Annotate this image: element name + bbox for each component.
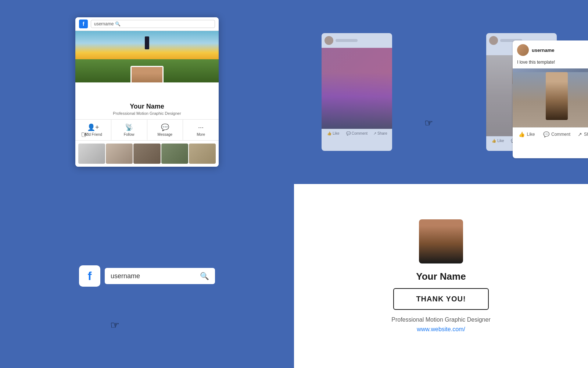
side-name-left <box>336 39 358 42</box>
fb-search-section: f username 🔍 <box>79 265 215 287</box>
fb-search-input-wrap[interactable]: username 🔍 <box>105 268 215 284</box>
more-button[interactable]: ··· More <box>183 120 219 140</box>
ty-website[interactable]: www.website.com/ <box>417 326 465 332</box>
side-post-left-header <box>322 33 392 48</box>
share-button[interactable]: ↗ Share <box>573 129 588 139</box>
quadrant-post: 👍 Like 💬 Comment ↗ Share username ··· I … <box>294 0 588 184</box>
thank-you-button[interactable]: THANK YOU! <box>393 288 488 310</box>
cover-figure <box>145 36 149 49</box>
fb-post-card-image <box>513 68 588 127</box>
fb-logo-large: f <box>79 265 100 287</box>
side-image-left <box>322 48 392 129</box>
follow-button[interactable]: 📡 Follow <box>111 120 147 140</box>
like-icon: 👍 <box>519 131 525 137</box>
fb-side-post-left: 👍 Like 💬 Comment ↗ Share <box>322 33 392 151</box>
fb-action-buttons: 👤+ Add Friend 📡 Follow 💬 Message ··· Mor… <box>75 120 219 141</box>
fb-profile-card: f username 🔍 Your Name Professional Moti… <box>75 17 219 167</box>
photo-thumb-1[interactable] <box>78 144 105 164</box>
comment-label: Comment <box>551 132 570 137</box>
message-icon: 💬 <box>161 123 169 131</box>
like-button[interactable]: 👍 Like <box>513 129 541 139</box>
like-label: Like <box>527 132 535 137</box>
fb-profile-title: Professional Motion Graphic Designer <box>75 111 219 116</box>
fb-photos-row <box>75 141 219 167</box>
photo-thumb-3[interactable] <box>133 144 160 164</box>
add-friend-button[interactable]: 👤+ Add Friend <box>75 120 111 140</box>
side-avatar-left <box>325 36 333 45</box>
fb-post-card-avatar <box>517 44 529 56</box>
share-icon: ↗ <box>578 131 582 137</box>
quadrant-thankyou: Your Name THANK YOU! Professional Motion… <box>294 184 588 368</box>
fb-avatar-face <box>132 67 162 82</box>
ty-name: Your Name <box>391 271 490 282</box>
cursor-q3: ☞ <box>110 319 119 331</box>
message-button[interactable]: 💬 Message <box>147 120 183 140</box>
fb-topbar: f username 🔍 <box>75 17 219 31</box>
ty-avatar <box>419 219 463 263</box>
photo-thumb-5[interactable] <box>189 144 216 164</box>
add-friend-label: Add Friend <box>84 132 102 137</box>
ty-avatar-inner <box>419 219 463 263</box>
fb-post-reactions: 👍 Like 💬 Comment ↗ Share <box>513 127 588 141</box>
side-like-right: 👍 Like <box>486 139 510 143</box>
fb-search-bar-topbar[interactable]: username 🔍 <box>91 20 215 28</box>
photo-thumb-4[interactable] <box>161 144 188 164</box>
message-label: Message <box>158 132 173 137</box>
follow-label: Follow <box>124 132 135 137</box>
comment-button[interactable]: 💬 Comment <box>541 129 573 139</box>
fb-search-input-text: username <box>111 272 196 280</box>
search-text-topbar: username <box>94 21 114 26</box>
thank-you-card: Your Name THANK YOU! Professional Motion… <box>377 205 505 347</box>
side-avatar-right <box>489 36 498 45</box>
fb-newsfeed: 👍 Like 💬 Comment ↗ Share username ··· I … <box>322 33 557 151</box>
fb-profile-info: Your Name Professional Motion Graphic De… <box>75 82 219 120</box>
fb-profile-name: Your Name <box>75 103 219 110</box>
quadrant-search: f username 🔍 ☞ <box>0 184 294 368</box>
share-label: Share <box>584 132 588 137</box>
fb-post-card-text: I love this template! <box>513 60 588 68</box>
search-icon-topbar: 🔍 <box>115 21 121 26</box>
side-reactions-left: 👍 Like 💬 Comment ↗ Share <box>322 129 392 138</box>
ty-subtitle: Professional Motion Graphic Designer <box>391 316 490 323</box>
follow-icon: 📡 <box>125 123 133 131</box>
side-share-left: ↗ Share <box>369 131 392 135</box>
fb-post-card-header: username ··· <box>513 40 588 60</box>
fb-cover-photo <box>75 31 219 82</box>
fb-logo-topbar: f <box>79 20 88 28</box>
fb-post-card-username: username <box>532 47 586 53</box>
add-friend-icon: 👤+ <box>87 123 99 131</box>
side-like-left: 👍 Like <box>322 131 345 135</box>
fb-main-post-card: username ··· I love this template! 👍 Lik… <box>513 40 588 158</box>
comment-icon: 💬 <box>543 131 549 137</box>
cursor-q2: ☞ <box>424 117 433 129</box>
fb-avatar <box>130 66 164 82</box>
photo-thumb-2[interactable] <box>106 144 133 164</box>
fb-avatar-container <box>130 66 164 82</box>
fb-post-area: 👍 Like 💬 Comment ↗ Share username ··· I … <box>322 33 560 151</box>
fb-search-icon-q3: 🔍 <box>200 272 209 280</box>
quadrant-profile: f username 🔍 Your Name Professional Moti… <box>0 0 294 184</box>
more-label: More <box>197 132 205 137</box>
side-comment-left: 💬 Comment <box>345 131 369 135</box>
more-icon: ··· <box>198 124 204 131</box>
